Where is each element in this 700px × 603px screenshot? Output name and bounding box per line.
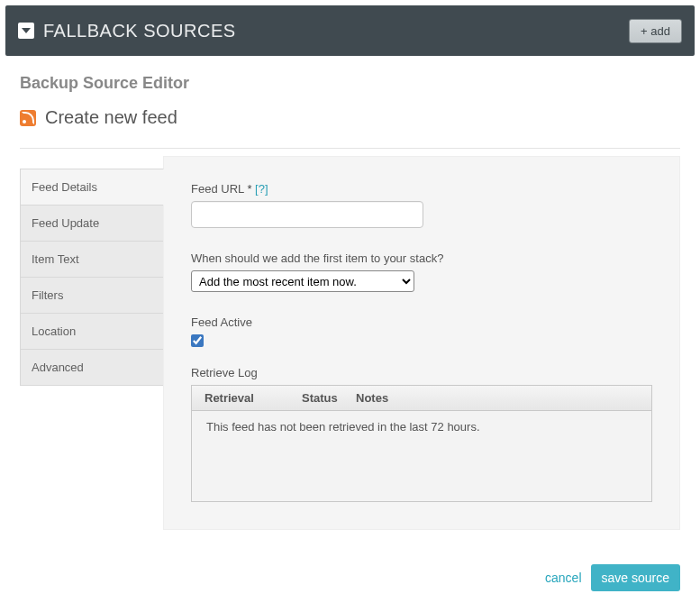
- cancel-link[interactable]: cancel: [545, 571, 581, 585]
- feed-url-label-text: Feed URL: [191, 182, 244, 196]
- tab-feed-details[interactable]: Feed Details: [20, 169, 164, 205]
- editor-title: Backup Source Editor: [20, 74, 680, 93]
- tab-advanced[interactable]: Advanced: [20, 349, 164, 386]
- divider: [20, 148, 680, 149]
- save-source-button[interactable]: save source: [591, 564, 680, 591]
- log-empty-message: This feed has not been retrieved in the …: [206, 420, 480, 434]
- log-col-notes: Notes: [356, 391, 639, 405]
- feed-active-checkbox[interactable]: [191, 334, 204, 347]
- log-body[interactable]: This feed has not been retrieved in the …: [192, 411, 651, 501]
- dropdown-box-icon: [18, 23, 34, 39]
- first-item-select[interactable]: Add the most recent item now.: [191, 270, 414, 292]
- editor-subtitle: Create new feed: [45, 107, 177, 128]
- tab-location[interactable]: Location: [20, 313, 164, 349]
- header-title: FALLBACK SOURCES: [43, 21, 236, 41]
- header-bar: FALLBACK SOURCES + add: [5, 5, 695, 56]
- tab-feed-update[interactable]: Feed Update: [20, 205, 164, 241]
- footer: cancel save source: [0, 548, 700, 603]
- help-link[interactable]: [?]: [255, 182, 268, 196]
- subtitle-row: Create new feed: [20, 107, 680, 128]
- required-mark: *: [247, 182, 251, 196]
- tab-item-text[interactable]: Item Text: [20, 241, 164, 277]
- first-item-label: When should we add the first item to you…: [191, 251, 652, 265]
- retrieve-log-box: Retrieval Status Notes This feed has not…: [191, 385, 652, 502]
- log-col-retrieval: Retrieval: [205, 391, 302, 405]
- retrieve-log-label: Retrieve Log: [191, 366, 652, 379]
- tab-filters[interactable]: Filters: [20, 277, 164, 313]
- log-header: Retrieval Status Notes: [192, 386, 651, 411]
- log-col-status: Status: [302, 391, 356, 405]
- feed-url-label: Feed URL * [?]: [191, 182, 652, 196]
- header-left: FALLBACK SOURCES: [18, 21, 236, 41]
- add-button[interactable]: + add: [629, 19, 682, 43]
- tabs: Feed Details Feed Update Item Text Filte…: [20, 169, 164, 530]
- feed-url-input[interactable]: [191, 201, 423, 228]
- rss-icon: [20, 110, 36, 126]
- form-panel: Feed URL * [?] When should we add the fi…: [163, 156, 680, 530]
- feed-active-label: Feed Active: [191, 315, 652, 329]
